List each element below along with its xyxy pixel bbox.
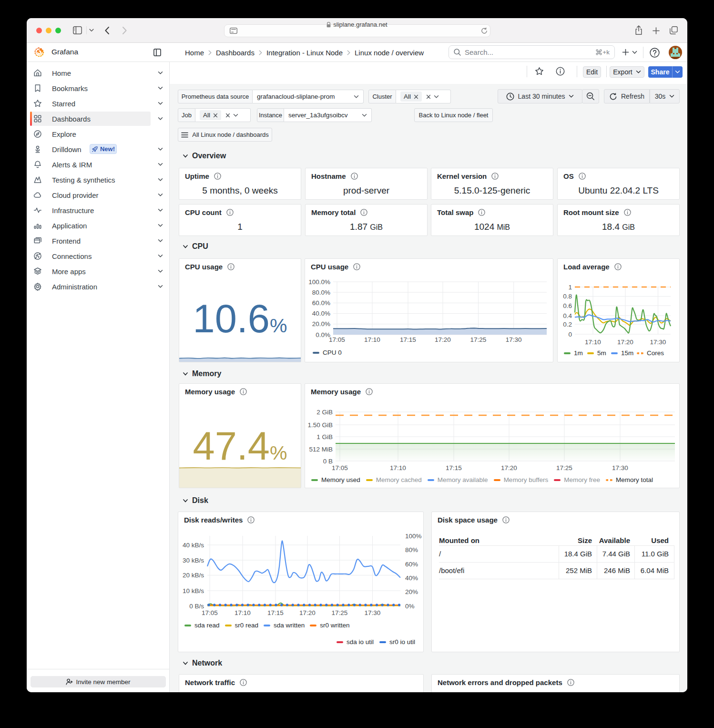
svg-text:100%: 100% [405,533,422,540]
svg-text:20%: 20% [405,588,418,595]
svg-text:1: 1 [568,284,572,291]
svg-text:60%: 60% [405,561,418,568]
svg-text:1 GiB: 1 GiB [316,433,333,441]
svg-text:17:30: 17:30 [612,464,628,472]
svg-text:0.4: 0.4 [563,312,572,319]
svg-text:0.6: 0.6 [563,302,572,309]
svg-text:0 B/s: 0 B/s [189,603,204,610]
svg-text:40.0%: 40.0% [312,310,330,317]
svg-text:17:20: 17:20 [299,609,316,616]
svg-text:0: 0 [568,331,572,338]
svg-text:60.0%: 60.0% [312,299,330,307]
svg-text:17:20: 17:20 [435,336,451,343]
svg-text:100.0%: 100.0% [308,278,330,286]
svg-text:40 kB/s: 40 kB/s [183,542,204,549]
svg-text:17:10: 17:10 [235,609,251,616]
svg-text:0.2: 0.2 [563,321,572,328]
svg-text:0.0%: 0.0% [316,331,330,338]
svg-text:17:25: 17:25 [556,464,572,472]
svg-text:80.0%: 80.0% [312,289,330,296]
svg-text:17:15: 17:15 [400,336,416,343]
svg-text:17:30: 17:30 [365,609,381,616]
svg-text:17:20: 17:20 [617,338,633,346]
svg-text:512 MiB: 512 MiB [309,446,333,453]
svg-text:17:30: 17:30 [650,338,666,346]
svg-text:1.50 GiB: 1.50 GiB [307,421,333,429]
svg-text:20.0%: 20.0% [312,320,330,328]
svg-text:17:05: 17:05 [332,464,348,472]
svg-text:17:05: 17:05 [202,609,218,616]
svg-text:17:30: 17:30 [506,336,522,343]
svg-text:2 GiB: 2 GiB [316,409,333,416]
svg-text:30 kB/s: 30 kB/s [183,557,204,564]
svg-text:17:15: 17:15 [446,464,462,472]
svg-text:80%: 80% [405,546,418,554]
svg-text:10 kB/s: 10 kB/s [183,587,204,595]
svg-text:17:25: 17:25 [470,336,487,343]
svg-text:17:10: 17:10 [364,336,380,343]
svg-text:17:15: 17:15 [267,609,284,616]
svg-text:0.8: 0.8 [563,293,572,300]
svg-text:17:20: 17:20 [501,464,517,472]
svg-text:0%: 0% [405,603,415,610]
svg-text:17:25: 17:25 [332,609,348,616]
svg-text:0 B: 0 B [323,458,333,465]
svg-text:40%: 40% [405,574,418,582]
svg-text:17:10: 17:10 [390,464,406,472]
svg-text:17:10: 17:10 [585,338,601,346]
svg-text:20 kB/s: 20 kB/s [183,572,204,579]
svg-text:17:05: 17:05 [329,336,345,343]
